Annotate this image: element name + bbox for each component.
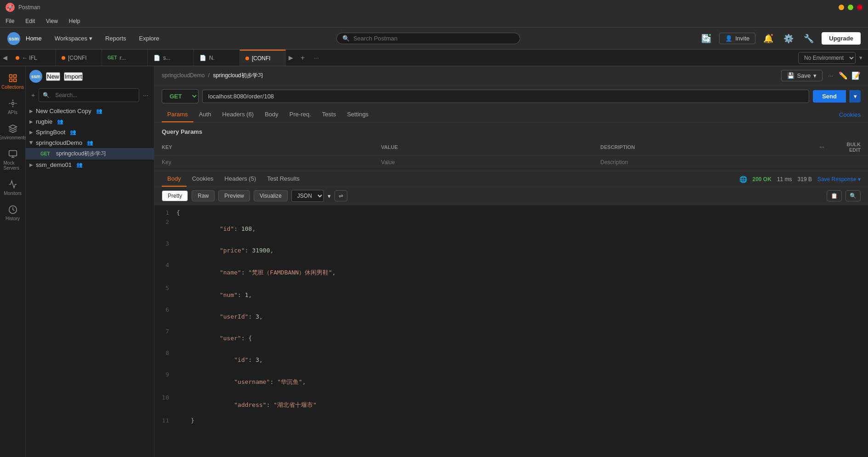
nav-workspaces[interactable]: Workspaces ▾ bbox=[49, 32, 98, 45]
value-input[interactable] bbox=[381, 159, 585, 166]
search-response-btn[interactable]: 🔍 bbox=[845, 190, 861, 201]
copy-response-btn[interactable]: 📋 bbox=[827, 190, 842, 201]
send-dropdown-button[interactable]: ▾ bbox=[850, 90, 861, 103]
key-input[interactable] bbox=[162, 159, 366, 166]
send-button[interactable]: Send bbox=[813, 90, 846, 103]
method-select[interactable]: GET bbox=[162, 89, 199, 103]
param-row-empty bbox=[154, 156, 868, 169]
description-input[interactable] bbox=[601, 159, 805, 166]
env-chevron[interactable]: ▾ bbox=[859, 54, 862, 61]
format-visualize-btn[interactable]: Visualize bbox=[254, 190, 288, 201]
format-pretty-btn[interactable]: Pretty bbox=[162, 190, 188, 201]
document-icon[interactable]: 📝 bbox=[851, 71, 861, 80]
response-size: 319 B bbox=[798, 176, 812, 183]
collection-label: springcloudDemo bbox=[36, 139, 82, 146]
menu-view[interactable]: View bbox=[44, 17, 60, 25]
collection-search-input[interactable] bbox=[51, 90, 135, 100]
collection-search-bar[interactable]: 🔍 bbox=[39, 88, 139, 102]
team-icon: 👥 bbox=[76, 162, 83, 168]
response-tab-cookies[interactable]: Cookies bbox=[187, 171, 219, 187]
chevron-right-icon: ▶ bbox=[29, 109, 33, 114]
code-line-5: 5 "num": 1, bbox=[154, 284, 868, 306]
tab-pre-req[interactable]: Pre-req. bbox=[284, 107, 317, 122]
tab-add-button[interactable]: + bbox=[296, 54, 309, 62]
request-item-springcloud[interactable]: GET springcloud初步学习 bbox=[26, 148, 154, 160]
more-options-btn[interactable]: ··· bbox=[826, 72, 835, 79]
collection-item-springboot[interactable]: ▶ SpringBoot 👥 bbox=[26, 127, 154, 137]
sidebar-item-environments[interactable]: Environments bbox=[2, 120, 24, 144]
url-input[interactable] bbox=[202, 90, 809, 103]
wrap-icon-btn[interactable]: ⇌ bbox=[335, 190, 347, 201]
code-line-1: 1 { bbox=[154, 209, 868, 218]
sidebar-item-history[interactable]: History bbox=[2, 201, 24, 225]
save-button[interactable]: 💾 Save ▾ bbox=[781, 70, 823, 81]
tab-headers[interactable]: Headers (6) bbox=[217, 107, 260, 122]
sidebar-item-collections[interactable]: Collections bbox=[2, 70, 24, 93]
menu-help[interactable]: Help bbox=[67, 17, 82, 25]
tab-body[interactable]: Body bbox=[259, 107, 284, 122]
tab-next-arrow[interactable]: ▶ bbox=[286, 54, 296, 61]
collection-item-ssm-demo01[interactable]: ▶ ssm_demo01 👥 bbox=[26, 160, 154, 170]
tab-0[interactable]: ← IFL bbox=[10, 50, 56, 66]
collection-label: ssm_demo01 bbox=[36, 161, 72, 168]
tab-1[interactable]: [CONFI bbox=[56, 50, 102, 66]
response-tab-body[interactable]: Body bbox=[162, 171, 187, 187]
menu-edit[interactable]: Edit bbox=[23, 17, 37, 25]
collection-item-new-collection-copy[interactable]: ▶ New Collection Copy 👥 bbox=[26, 106, 154, 116]
format-select-chevron: ▾ bbox=[328, 193, 331, 200]
sidebar-item-mock-servers[interactable]: Mock Servers bbox=[2, 146, 24, 174]
response-tab-test-results[interactable]: Test Results bbox=[261, 171, 305, 187]
maximize-btn[interactable] bbox=[848, 5, 853, 10]
minimize-btn[interactable] bbox=[839, 5, 844, 10]
resp-right-actions: 📋 🔍 bbox=[827, 190, 861, 201]
tab-more-button[interactable]: ··· bbox=[309, 54, 323, 61]
settings-icon[interactable]: ⚙️ bbox=[781, 31, 796, 46]
bulk-edit[interactable]: Bulk Edit bbox=[831, 139, 868, 156]
tab-tests[interactable]: Tests bbox=[317, 107, 341, 122]
sync-icon[interactable]: 🔄 bbox=[699, 31, 714, 46]
tab-auth[interactable]: Auth bbox=[193, 107, 217, 122]
tab-3[interactable]: 📄 s... bbox=[148, 50, 194, 66]
upgrade-button[interactable]: Upgrade bbox=[822, 32, 861, 45]
user-avatar[interactable]: ssm bbox=[7, 32, 20, 45]
nav-home[interactable]: Home bbox=[20, 32, 47, 45]
nav-explore[interactable]: Explore bbox=[134, 32, 165, 45]
tab-params[interactable]: Params bbox=[162, 107, 193, 122]
response-tab-headers[interactable]: Headers (5) bbox=[219, 171, 262, 187]
tab-prev-arrow[interactable]: ◀ bbox=[0, 54, 10, 61]
sidebar-item-apis[interactable]: APIs bbox=[2, 95, 24, 119]
col-value: VALUE bbox=[374, 139, 593, 156]
collection-item-springclouddemo[interactable]: ▶ springcloudDemo 👥 bbox=[26, 137, 154, 148]
sidebar-icons: Collections APIs Environments Mock Serve… bbox=[0, 66, 26, 457]
cookies-link[interactable]: Cookies bbox=[839, 111, 861, 118]
tab-4[interactable]: 📄 N. bbox=[194, 50, 240, 66]
format-raw-btn[interactable]: Raw bbox=[192, 190, 215, 201]
save-response-btn[interactable]: Save Response ▾ bbox=[817, 176, 861, 183]
format-select[interactable]: JSON bbox=[291, 190, 324, 202]
response-toolbar: Pretty Raw Preview Visualize JSON ▾ ⇌ 📋 … bbox=[154, 187, 868, 205]
method-badge: GET bbox=[40, 151, 53, 156]
format-preview-btn[interactable]: Preview bbox=[218, 190, 250, 201]
invite-button[interactable]: 👤 Invite bbox=[719, 33, 755, 44]
tab-settings[interactable]: Settings bbox=[341, 107, 374, 122]
new-button[interactable]: New bbox=[46, 72, 60, 81]
search-bar[interactable]: 🔍 bbox=[336, 33, 520, 44]
notification-icon[interactable]: 🔔 bbox=[761, 31, 776, 46]
tab-5[interactable]: [CONFI bbox=[240, 50, 286, 66]
tab-2[interactable]: GET r... bbox=[102, 50, 148, 66]
svg-rect-2 bbox=[9, 79, 12, 82]
sidebar-item-monitors[interactable]: Monitors bbox=[2, 176, 24, 200]
collection-item-rugbie[interactable]: ▶ rugbie 👥 bbox=[26, 116, 154, 127]
close-btn[interactable] bbox=[857, 5, 862, 10]
code-line-8: 8 "id": 3, bbox=[154, 349, 868, 371]
edit-icon[interactable]: ✏️ bbox=[839, 71, 848, 80]
gear-icon[interactable]: 🔧 bbox=[801, 31, 816, 46]
add-collection-btn[interactable]: + bbox=[29, 90, 37, 101]
nav-reports[interactable]: Reports bbox=[100, 32, 132, 45]
search-input[interactable] bbox=[353, 35, 514, 42]
environment-select[interactable]: No Environment bbox=[798, 52, 856, 64]
menu-file[interactable]: File bbox=[4, 17, 16, 25]
import-button[interactable]: Import bbox=[64, 72, 83, 81]
history-icon bbox=[8, 205, 17, 214]
panel-options-btn[interactable]: ··· bbox=[141, 91, 150, 99]
